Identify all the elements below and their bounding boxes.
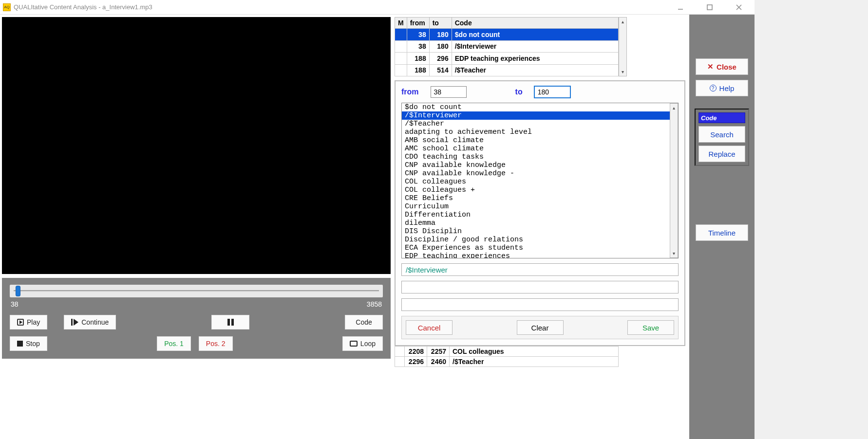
from-input[interactable]: [431, 86, 467, 98]
code-search-input[interactable]: [698, 112, 745, 123]
app-window: AQ QUALItative Content Analysis - a_Inte…: [0, 0, 755, 439]
close-label: Close: [717, 63, 736, 71]
code-list-item[interactable]: CNP available knowledge -: [402, 169, 670, 178]
segments-table-below[interactable]: 22082257COL colleagues22962460/$Teacher: [395, 346, 619, 367]
continue-button[interactable]: Continue: [64, 315, 116, 329]
cell-m: [395, 40, 407, 53]
continue-icon: [71, 319, 78, 326]
cell-m: [395, 347, 405, 357]
search-button[interactable]: Search: [698, 126, 745, 143]
col-m[interactable]: M: [395, 18, 407, 29]
cell-code: /$Teacher: [452, 64, 618, 76]
table-row[interactable]: 38180$do not count: [395, 29, 619, 41]
aux-input-2[interactable]: [401, 298, 679, 311]
cell-to: 2257: [427, 347, 450, 357]
codelist-scroll-down[interactable]: ▾: [673, 249, 675, 257]
code-button-label: Code: [356, 318, 372, 326]
code-list-item[interactable]: Discipline / good relations: [402, 236, 670, 244]
maximize-button[interactable]: [700, 1, 719, 13]
pos2-button[interactable]: Pos. 2: [199, 336, 233, 351]
code-list-item[interactable]: DIS Disciplin: [402, 227, 670, 236]
code-list-item[interactable]: EDP teaching experiences: [402, 252, 670, 258]
cancel-label: Cancel: [418, 324, 441, 332]
right-sidebar: ✕ Close ? Help Search Replace Timeline: [689, 15, 755, 439]
code-list-item[interactable]: AMC school climate: [402, 145, 670, 153]
cell-from: 38: [407, 29, 429, 41]
cell-code: /$Teacher: [450, 357, 619, 367]
code-list-item[interactable]: Curriculum: [402, 202, 670, 211]
code-list-item[interactable]: Differentiation: [402, 211, 670, 219]
timeline-button[interactable]: Timeline: [696, 224, 748, 241]
cell-code: COL colleagues: [450, 347, 619, 357]
table-row[interactable]: 188514/$Teacher: [395, 64, 619, 76]
table-row[interactable]: 38180/$Interviewer: [395, 40, 619, 53]
code-list-item[interactable]: /$Interviewer: [402, 111, 670, 120]
clear-button[interactable]: Clear: [517, 320, 564, 335]
code-list-item[interactable]: CDO teaching tasks: [402, 153, 670, 161]
codelist-scroll-up[interactable]: ▴: [673, 104, 675, 112]
codelist-scrollbar[interactable]: ▴ ▾: [670, 103, 678, 258]
minimize-button[interactable]: [671, 1, 690, 13]
loop-button[interactable]: Loop: [342, 336, 383, 351]
pos1-button[interactable]: Pos. 1: [157, 336, 191, 351]
cell-m: [395, 53, 407, 65]
col-code[interactable]: Code: [452, 18, 618, 29]
table-row[interactable]: 22082257COL colleagues: [395, 347, 619, 357]
code-list-item[interactable]: /$Teacher: [402, 120, 670, 128]
code-list-item[interactable]: COL colleagues: [402, 178, 670, 186]
code-button[interactable]: Code: [345, 315, 383, 329]
middle-pane: M from to Code 38180$do not count38180/$…: [395, 15, 689, 439]
cell-to: 296: [429, 53, 452, 65]
continue-label: Continue: [81, 318, 109, 326]
position-slider[interactable]: [10, 285, 383, 297]
help-label: Help: [719, 84, 735, 92]
content: 38 3858 Play Continue: [0, 15, 755, 439]
search-group: Search Replace: [695, 109, 749, 166]
transport-row2: Stop Pos. 1 Pos. 2 Loop: [10, 336, 383, 351]
table-row[interactable]: 188296EDP teaching experiences: [395, 53, 619, 65]
code-list-item[interactable]: CRE Beliefs: [402, 194, 670, 202]
from-to-row: from to: [401, 86, 679, 98]
cancel-button[interactable]: Cancel: [406, 320, 453, 335]
replace-button[interactable]: Replace: [698, 146, 745, 162]
cell-code: /$Interviewer: [452, 40, 618, 53]
scroll-down-icon[interactable]: ▾: [622, 68, 624, 76]
col-to[interactable]: to: [429, 18, 452, 29]
code-list-item[interactable]: $do not count: [402, 103, 670, 111]
segments-table[interactable]: M from to Code 38180$do not count38180/$…: [395, 17, 619, 76]
col-from[interactable]: from: [407, 18, 429, 29]
pause-icon: [227, 319, 234, 326]
selected-code-input[interactable]: [401, 263, 679, 276]
code-listbox[interactable]: $do not count/$Interviewer/$Teacheradapt…: [401, 103, 679, 258]
stop-button[interactable]: Stop: [10, 336, 47, 351]
cell-to: 180: [429, 40, 452, 53]
pause-button[interactable]: [211, 315, 249, 329]
code-list-item[interactable]: COL colleagues +: [402, 186, 670, 194]
code-list-item[interactable]: ECA Experiences as students: [402, 244, 670, 252]
table-row[interactable]: 22962460/$Teacher: [395, 357, 619, 367]
close-button[interactable]: ✕ Close: [696, 58, 748, 75]
code-list-item[interactable]: AMB social climate: [402, 136, 670, 145]
slider-end-label: 3858: [367, 300, 382, 308]
close-window-button[interactable]: [729, 1, 749, 13]
code-list-item[interactable]: adapting to achievement level: [402, 128, 670, 136]
code-list-item[interactable]: dilemma: [402, 219, 670, 227]
help-button[interactable]: ? Help: [696, 80, 748, 96]
slider-labels: 38 3858: [10, 300, 383, 308]
play-icon: [17, 319, 24, 326]
aux-input-1[interactable]: [401, 281, 679, 293]
scroll-up-icon[interactable]: ▴: [622, 18, 624, 26]
panel-actions: Cancel Clear Save: [401, 316, 679, 339]
segments-scrollbar[interactable]: ▴ ▾: [619, 17, 627, 76]
save-button[interactable]: Save: [627, 320, 674, 335]
play-label: Play: [27, 318, 40, 326]
stop-icon: [17, 341, 23, 347]
video-viewport[interactable]: [2, 17, 391, 274]
to-label: to: [515, 88, 523, 96]
play-button[interactable]: Play: [10, 315, 47, 329]
cell-code: EDP teaching experiences: [452, 53, 618, 65]
stop-label: Stop: [26, 340, 40, 348]
code-list-item[interactable]: CNP available knowledge: [402, 161, 670, 169]
slider-thumb[interactable]: [16, 286, 20, 296]
to-input[interactable]: [534, 86, 570, 98]
